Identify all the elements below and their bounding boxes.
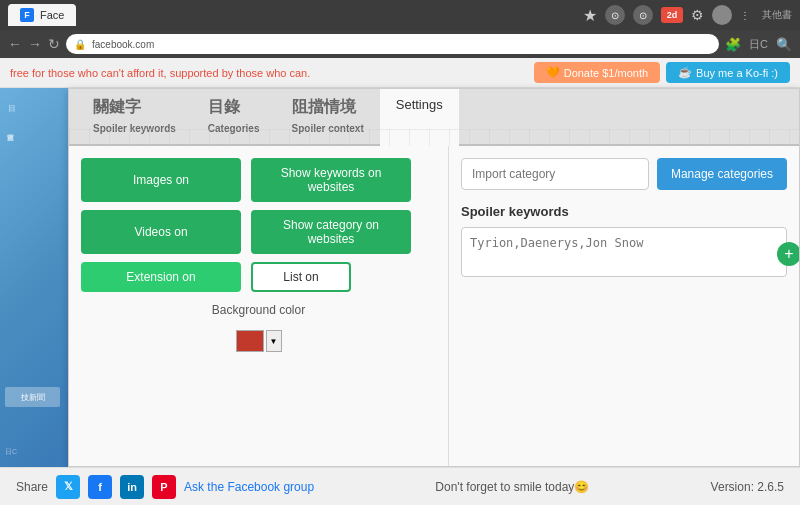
tab-title: Face <box>40 9 64 21</box>
extension-icon-1[interactable]: ⊙ <box>605 5 625 25</box>
extension-tab-bar: 關鍵字 Spoiler keywords 目錄 Categories 阻擋情境 … <box>69 89 799 146</box>
color-picker[interactable]: ▼ <box>236 330 282 352</box>
share-section: Share 𝕏 f in P Ask the Facebook group <box>16 475 314 499</box>
show-categories-label: Show category on websites <box>283 218 379 246</box>
日C-icon[interactable]: 日C <box>749 37 768 52</box>
tab-context[interactable]: 阻擋情境 Spoiler context <box>276 89 380 146</box>
add-keyword-button[interactable]: + <box>777 242 799 266</box>
address-input[interactable]: 🔒 facebook.com <box>66 34 719 54</box>
facebook-button[interactable]: f <box>88 475 112 499</box>
kofi-icon: ☕ <box>678 66 692 79</box>
browser-chrome: F Face ★ ⊙ ⊙ 2d ⚙ ⋮ 其他書 <box>0 0 800 30</box>
notification-bar: free for those who can't afford it, supp… <box>0 58 800 88</box>
left-panel: Images on Show keywords on websites Vide… <box>69 146 449 466</box>
more-options-icon[interactable]: ⋮ <box>740 10 750 21</box>
top-buttons: 🧡 Donate $1/month ☕ Buy me a Ko-fi :) <box>534 62 790 83</box>
version-text: Version: 2.6.5 <box>711 480 784 494</box>
sidebar-gradient <box>0 88 68 467</box>
images-on-label: Images on <box>133 173 189 187</box>
sidebar-bottom-text: 日C <box>5 447 17 457</box>
refresh-btn[interactable]: ↻ <box>48 36 60 52</box>
tab-categories-zh: 目錄 <box>208 98 240 115</box>
bg-color-label: Background color <box>212 303 305 317</box>
tab-keywords-zh: 關鍵字 <box>93 98 141 115</box>
sidebar-deco-box: 技新聞 <box>5 387 60 407</box>
right-panel: Manage categories Spoiler keywords + <box>449 146 799 466</box>
badge-icon[interactable]: 2d <box>661 7 683 23</box>
tab-favicon: F <box>20 8 34 22</box>
user-avatar[interactable] <box>712 5 732 25</box>
tab-context-zh: 阻擋情境 <box>292 98 356 115</box>
tab-settings[interactable]: Settings <box>380 89 459 146</box>
twitter-button[interactable]: 𝕏 <box>56 475 80 499</box>
manage-categories-button[interactable]: Manage categories <box>657 158 787 190</box>
extension-content: Images on Show keywords on websites Vide… <box>69 146 799 466</box>
linkedin-button[interactable]: in <box>120 475 144 499</box>
keywords-container: + <box>461 227 787 281</box>
show-categories-button[interactable]: Show category on websites <box>251 210 411 254</box>
forward-btn[interactable]: → <box>28 36 42 52</box>
sidebar-text-1: 目 <box>5 98 16 99</box>
import-category-input[interactable] <box>461 158 649 190</box>
notification-text: free for those who can't afford it, supp… <box>10 67 310 79</box>
tab-keywords-en: Spoiler keywords <box>93 123 176 134</box>
kofi-label: Buy me a Ko-fi :) <box>696 67 778 79</box>
keywords-input[interactable] <box>461 227 787 277</box>
browser-tab[interactable]: F Face <box>8 4 76 26</box>
toolbar-right-icons: 🧩 日C 🔍 <box>725 37 792 52</box>
import-row: Manage categories <box>461 158 787 190</box>
videos-on-label: Videos on <box>134 225 187 239</box>
tab-categories-en: Categories <box>208 123 260 134</box>
kofi-button[interactable]: ☕ Buy me a Ko-fi :) <box>666 62 790 83</box>
color-dropdown-arrow[interactable]: ▼ <box>266 330 282 352</box>
smile-text: Don't forget to smile today😊 <box>435 480 589 494</box>
button-row-3: Extension on List on <box>81 262 436 292</box>
extensions-puzzle-icon[interactable]: 🧩 <box>725 37 741 52</box>
list-on-label: List on <box>283 270 318 284</box>
extension-on-label: Extension on <box>126 270 195 284</box>
extension-popup: 關鍵字 Spoiler keywords 目錄 Categories 阻擋情境 … <box>68 88 800 467</box>
facebook-icon: f <box>98 481 102 493</box>
extension-on-button[interactable]: Extension on <box>81 262 241 292</box>
search-icon[interactable]: 🔍 <box>776 37 792 52</box>
bookmark-icon[interactable]: ★ <box>583 6 597 25</box>
tab-context-en: Spoiler context <box>292 123 364 134</box>
show-keywords-label: Show keywords on websites <box>281 166 382 194</box>
pinterest-button[interactable]: P <box>152 475 176 499</box>
linkedin-icon: in <box>127 481 137 493</box>
bg-color-label-container: Background color <box>81 300 436 318</box>
color-swatch[interactable] <box>236 330 264 352</box>
address-bar-row: ← → ↻ 🔒 facebook.com 🧩 日C 🔍 <box>0 30 800 58</box>
donate-button[interactable]: 🧡 Donate $1/month <box>534 62 660 83</box>
back-btn[interactable]: ← <box>8 36 22 52</box>
tab-categories[interactable]: 目錄 Categories <box>192 89 276 146</box>
videos-on-button[interactable]: Videos on <box>81 210 241 254</box>
donate-label: Donate $1/month <box>564 67 648 79</box>
browser-toolbar-icons: ★ ⊙ ⊙ 2d ⚙ ⋮ 其他書 <box>583 5 792 25</box>
show-keywords-button[interactable]: Show keywords on websites <box>251 158 411 202</box>
donate-icon: 🧡 <box>546 66 560 79</box>
button-row-2: Videos on Show category on websites <box>81 210 436 254</box>
extension-icon-2[interactable]: ⊙ <box>633 5 653 25</box>
settings-gear-icon[interactable]: ⚙ <box>691 7 704 23</box>
bg-color-section: ▼ <box>81 330 436 352</box>
fb-group-link[interactable]: Ask the Facebook group <box>184 480 314 494</box>
spoiler-keywords-label: Spoiler keywords <box>461 204 787 219</box>
manage-btn-label: Manage categories <box>671 167 773 181</box>
page-sidebar-decoration: 目 宮澄數據 技新聞 日C <box>0 88 68 467</box>
tab-keywords[interactable]: 關鍵字 Spoiler keywords <box>77 89 192 146</box>
add-icon: + <box>784 245 793 263</box>
sidebar-label: 其他書 <box>762 8 792 22</box>
images-on-button[interactable]: Images on <box>81 158 241 202</box>
bottom-bar: Share 𝕏 f in P Ask the Facebook group Do… <box>0 467 800 505</box>
share-label: Share <box>16 480 48 494</box>
twitter-icon: 𝕏 <box>64 480 73 493</box>
button-row-1: Images on Show keywords on websites <box>81 158 436 202</box>
pinterest-icon: P <box>160 481 167 493</box>
list-on-button[interactable]: List on <box>251 262 351 292</box>
tab-settings-label: Settings <box>396 97 443 112</box>
